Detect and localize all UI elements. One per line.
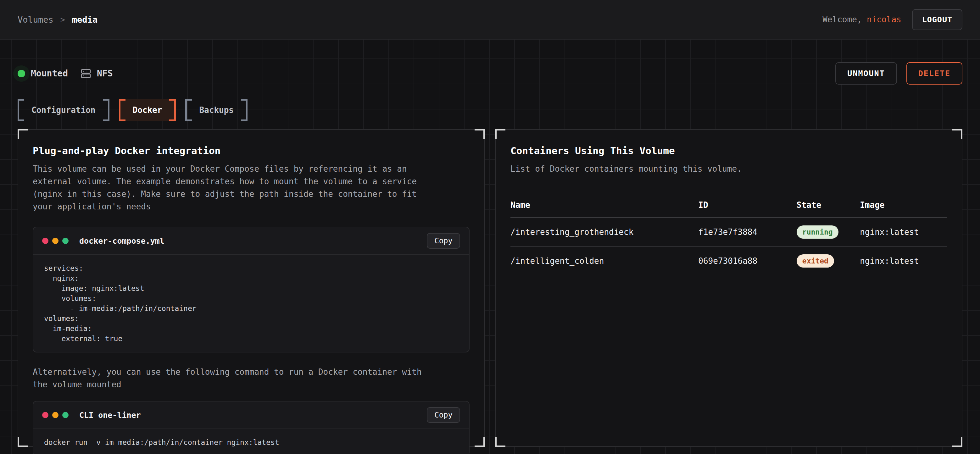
breadcrumb: Volumes > media [18,15,97,24]
volume-actions: UNMOUNT DELETE [835,62,963,84]
container-image: nginx:latest [860,256,947,266]
traffic-light-red-icon [42,238,48,244]
containers-table-header: Name ID State Image [511,196,947,218]
table-row: /interesting_grothendieck f1e73e7f3884 r… [511,218,947,247]
username-text: nicolas [867,15,901,24]
breadcrumb-current-volume: media [72,15,97,24]
tab-docker[interactable]: Docker [119,99,176,121]
state-cell: running [797,225,860,239]
logout-button[interactable]: LOGOUT [912,9,963,30]
volume-status-group: Mounted NFS [18,68,113,79]
cli-intro-text: Alternatively, you can use the following… [33,366,469,391]
chevron-right-icon: > [60,15,65,24]
containers-panel-subtitle: List of Docker containers mounting this … [511,162,947,175]
traffic-light-green-icon [62,238,68,244]
tab-configuration[interactable]: Configuration [18,99,110,121]
compose-code-block: docker-compose.yml Copy services: nginx:… [33,227,469,352]
containers-panel: Containers Using This Volume List of Doc… [495,129,963,447]
column-header-name: Name [511,200,698,210]
panel-corner-icon [18,129,28,139]
container-image: nginx:latest [860,227,947,237]
breadcrumb-volumes-link[interactable]: Volumes [18,15,54,24]
driver-status: NFS [81,68,113,79]
container-id: f1e73e7f3884 [698,227,797,237]
containers-panel-title: Containers Using This Volume [511,145,947,156]
cli-title: CLI one-liner [79,411,427,420]
docker-panel-title: Plug-and-play Docker integration [33,145,469,156]
compose-copy-button[interactable]: Copy [427,233,460,249]
cli-code-block: CLI one-liner Copy docker run -v im-medi… [33,401,469,454]
cli-code-header: CLI one-liner Copy [33,402,469,429]
panel-corner-icon [18,437,28,447]
traffic-light-amber-icon [52,238,59,244]
containers-table: Name ID State Image /interesting_grothen… [511,196,947,275]
panel-corner-icon [474,437,485,447]
container-name: /intelligent_colden [511,256,698,266]
panels-row: Plug-and-play Docker integration This vo… [18,129,963,447]
compose-filename: docker-compose.yml [79,237,427,246]
driver-label: NFS [97,68,113,79]
docker-integration-panel: Plug-and-play Docker integration This vo… [18,129,485,447]
traffic-lights [42,238,68,244]
mounted-status-dot-icon [18,70,25,77]
user-area: Welcome, nicolas LOGOUT [822,9,963,30]
container-name: /interesting_grothendieck [511,227,698,237]
panel-corner-icon [495,437,506,447]
server-icon [81,68,91,79]
table-row: /intelligent_colden 069e73016a88 exited … [511,247,947,275]
cli-code-content: docker run -v im-media:/path/in/containe… [33,429,469,454]
docker-panel-description: This volume can be used in your Docker C… [33,162,469,213]
container-id: 069e73016a88 [698,256,797,266]
panel-corner-icon [952,129,963,139]
top-bar: Volumes > media Welcome, nicolas LOGOUT [0,0,980,40]
tab-bar: Configuration Docker Backups [18,99,963,121]
status-badge-running: running [797,225,838,239]
mounted-status: Mounted [18,68,68,79]
status-badge-exited: exited [797,254,834,268]
cli-copy-button[interactable]: Copy [427,407,460,423]
compose-code-header: docker-compose.yml Copy [33,227,469,255]
welcome-text: Welcome, nicolas [822,15,901,24]
traffic-lights [42,412,68,418]
panel-corner-icon [495,129,506,139]
delete-button[interactable]: DELETE [907,62,963,84]
state-cell: exited [797,254,860,268]
compose-code-content: services: nginx: image: nginx:latest vol… [33,255,469,352]
traffic-light-red-icon [42,412,48,418]
main-content: Mounted NFS UNMOUNT DELETE Configurati [0,62,980,447]
panel-corner-icon [952,437,963,447]
mounted-status-label: Mounted [31,68,68,79]
column-header-id: ID [698,200,797,210]
status-row: Mounted NFS UNMOUNT DELETE [18,62,963,84]
traffic-light-green-icon [62,412,68,418]
panel-corner-icon [474,129,485,139]
welcome-label: Welcome, [822,15,867,24]
column-header-state: State [797,200,860,210]
unmount-button[interactable]: UNMOUNT [835,62,897,84]
column-header-image: Image [860,200,947,210]
tab-backups[interactable]: Backups [185,99,248,121]
traffic-light-amber-icon [52,412,59,418]
